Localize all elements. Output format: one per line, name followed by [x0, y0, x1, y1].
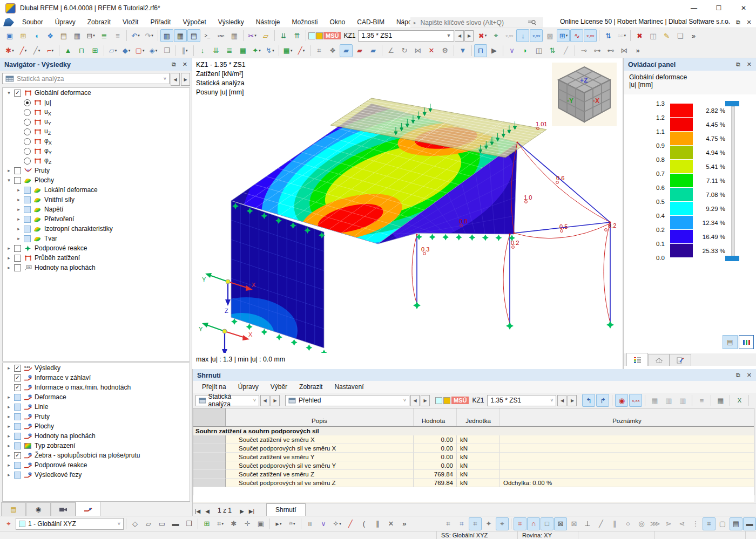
display-tree-item[interactable]: ▸Deformace: [3, 392, 190, 402]
scale-color-band[interactable]: [670, 104, 693, 118]
dropdown-arrow-icon[interactable]: ▾: [566, 33, 568, 38]
next-page-button[interactable]: ▶: [237, 506, 247, 516]
sum-grid-button[interactable]: ▦: [714, 394, 727, 407]
add-solid-button[interactable]: ❏: [673, 29, 686, 42]
menu-10[interactable]: CAD-BIM: [351, 16, 390, 28]
tree-checkbox[interactable]: [14, 255, 21, 262]
tree-checkbox[interactable]: [24, 206, 31, 213]
close-panel-icon[interactable]: ✕: [183, 61, 187, 68]
values-off-button[interactable]: x,xx: [503, 29, 516, 42]
tree-expander-icon[interactable]: ▸: [6, 433, 12, 439]
dropdown-arrow-icon[interactable]: ▾: [272, 49, 274, 53]
column-header[interactable]: Hodnota: [414, 408, 457, 426]
summary-view-prev-button[interactable]: ◀: [410, 395, 420, 406]
toggle-tables-button[interactable]: ▦: [174, 29, 187, 42]
display-tree-item[interactable]: Informace v záhlaví: [3, 373, 190, 383]
navigation-cube[interactable]: +Z -Y -X: [552, 63, 617, 126]
control-panel-header[interactable]: Ovládací panel ⧉✕: [624, 58, 756, 71]
snap-intersection-button[interactable]: ⊠: [554, 517, 567, 530]
summary-load-prev-button[interactable]: ◀: [557, 395, 566, 406]
tree-expander-icon[interactable]: ▸: [6, 472, 12, 477]
select-arrow-button[interactable]: ▸▾: [272, 517, 285, 530]
dropdown-arrow-icon[interactable]: ▾: [25, 49, 27, 53]
dropdown-arrow-icon[interactable]: ▾: [12, 49, 14, 53]
rotate-button[interactable]: ↻: [398, 44, 411, 57]
tree-radio[interactable]: [24, 158, 31, 165]
zoom-grid-button[interactable]: ⌗▾: [214, 517, 227, 530]
tree-expander-icon[interactable]: ▸: [6, 453, 12, 458]
results-tree-item[interactable]: ▸xxHodnoty na plochách: [3, 263, 190, 272]
visibility-filter-button[interactable]: ▼: [456, 44, 469, 57]
member-release-button[interactable]: ⊸: [577, 44, 590, 57]
measure-button[interactable]: ╱: [559, 44, 572, 57]
close-panel-icon[interactable]: ✕: [747, 61, 752, 68]
tree-checkbox[interactable]: [14, 90, 21, 97]
results-tree-item[interactable]: |u|: [3, 98, 190, 107]
grid-display-button[interactable]: ⌗: [703, 517, 716, 530]
table-row[interactable]: Součet zatížení ve směru X0.00kN: [193, 435, 754, 444]
tree-checkbox[interactable]: [24, 187, 31, 194]
first-page-button[interactable]: |◀: [193, 506, 202, 516]
results-tree-item[interactable]: ▸Vnitřní síly: [3, 195, 190, 204]
summary-table[interactable]: PopisHodnotaJednotkaPoznámkySouhrn zatíž…: [193, 408, 754, 495]
results-tree-item[interactable]: ▸Napětí: [3, 204, 190, 214]
menu-3[interactable]: Vložit: [117, 16, 144, 28]
display-tree-item[interactable]: Informace o max./min. hodnotách: [3, 383, 190, 392]
dropdown-arrow-icon[interactable]: ▾: [186, 49, 188, 53]
tree-checkbox[interactable]: [14, 413, 21, 420]
analysis-type-combo[interactable]: Statická analýza ˅: [2, 73, 170, 84]
nav-prev-button[interactable]: ◀: [171, 73, 180, 86]
tree-expander-icon[interactable]: ▸: [16, 226, 22, 231]
tree-expander-icon[interactable]: ▸: [6, 462, 12, 468]
results-tree-item[interactable]: uZ: [3, 127, 190, 137]
snap-grid-points-button[interactable]: ⌗: [469, 517, 482, 530]
summary-view-combo[interactable]: Přehled ˅: [285, 395, 409, 406]
numbering-button[interactable]: ²⁶▾: [286, 517, 299, 530]
prev-load-case-button[interactable]: ◀: [455, 30, 464, 42]
dropdown-arrow-icon[interactable]: ▾: [291, 49, 293, 53]
display-tree-item[interactable]: ▸Plochy: [3, 421, 190, 431]
snap-extension2-button[interactable]: ⋗: [662, 517, 675, 530]
import-model-button[interactable]: ⇊: [277, 29, 290, 42]
section-tool-button[interactable]: ✂▾: [246, 29, 259, 42]
scale-slider-bottom-handle[interactable]: [725, 256, 739, 261]
doc-close-button[interactable]: ✕: [744, 17, 754, 27]
new-report-button[interactable]: ≣: [98, 29, 111, 42]
workplane-xy-button[interactable]: ▰: [340, 44, 353, 57]
sum-excel-button[interactable]: X: [733, 394, 746, 407]
color-scale-options-button[interactable]: [739, 335, 754, 349]
search-input[interactable]: [420, 18, 524, 27]
summary-header[interactable]: Shrnutí ⧉✕: [193, 369, 756, 381]
tab-results-navigator[interactable]: [76, 501, 100, 516]
column-header[interactable]: Poznámky: [500, 408, 754, 426]
zoom-node-button[interactable]: ✱: [227, 517, 240, 530]
summary-menu-1[interactable]: Úpravy: [232, 381, 265, 393]
new-model-button[interactable]: ▣: [3, 29, 16, 42]
dropdown-arrow-icon[interactable]: ▾: [280, 522, 282, 526]
nav-next-button[interactable]: ▶: [181, 73, 190, 86]
summary-next-button[interactable]: ▶: [271, 395, 280, 406]
full-view-button[interactable]: ▣: [254, 517, 267, 530]
scale-color-band[interactable]: [670, 160, 693, 174]
zoom-window-button[interactable]: ⊞: [200, 517, 213, 530]
view-isometric-button[interactable]: ◇: [129, 517, 141, 530]
maximize-button[interactable]: ☐: [706, 0, 731, 16]
new-table-button[interactable]: ▦▾: [281, 44, 294, 57]
float-panel-icon[interactable]: ⧉: [172, 61, 176, 68]
summary-menu-2[interactable]: Výběr: [265, 381, 293, 393]
result-line-button[interactable]: ╱▾: [295, 44, 308, 57]
display-tree-item[interactable]: ▸Hodnoty na plochách: [3, 431, 190, 441]
surface-load-button[interactable]: ▦: [237, 44, 249, 57]
results-tree-item[interactable]: ▾Globální deformace: [3, 88, 190, 98]
show-load-values-button[interactable]: ↓: [516, 29, 529, 42]
scale-color-band[interactable]: [670, 132, 693, 146]
snap-objects-button[interactable]: ⌖: [496, 517, 509, 530]
undo-button[interactable]: ↶▾: [129, 29, 142, 42]
prev-page-button[interactable]: ◀: [202, 506, 212, 516]
tree-checkbox[interactable]: [14, 452, 21, 459]
row-header-column[interactable]: [193, 408, 226, 426]
tree-expander-icon[interactable]: ▸: [6, 255, 12, 261]
result-arrows-button[interactable]: ⇅: [546, 44, 559, 57]
results-tree-item[interactable]: ▸Průběh zatížení: [3, 253, 190, 263]
search-icon[interactable]: [528, 19, 536, 26]
